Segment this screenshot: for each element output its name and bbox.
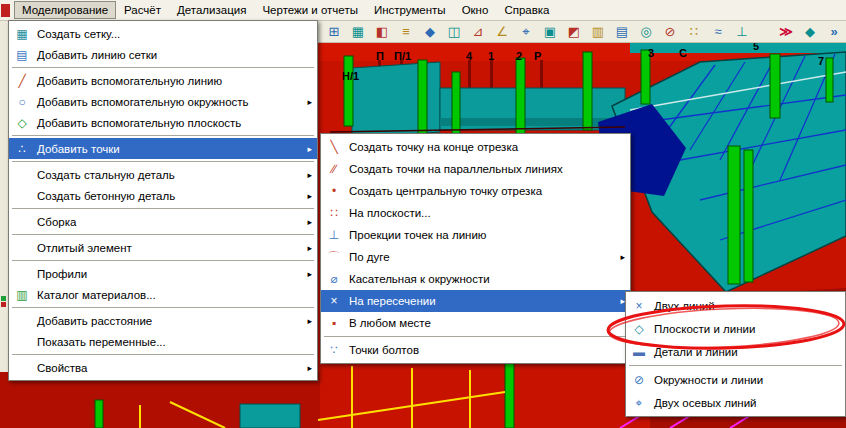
intersection-icon: × bbox=[323, 295, 345, 307]
submenu-arrow-icon: ▸ bbox=[298, 191, 315, 201]
menu-item-properties[interactable]: Свойства ▸ bbox=[9, 357, 317, 378]
toolbar-icon[interactable]: ⊥ bbox=[730, 21, 754, 42]
grid-label: 1 bbox=[488, 50, 494, 62]
grid-label: 2 bbox=[516, 50, 522, 62]
menu-item-add-construction-plane[interactable]: ◇ Добавить вспомогательную плоскость bbox=[9, 112, 317, 133]
submenu-item-points-on-plane[interactable]: ∷ На плоскости... bbox=[321, 202, 630, 224]
menubar-item-detailing[interactable]: Детализация bbox=[169, 1, 254, 19]
menu-item-assembly[interactable]: Сборка ▸ bbox=[9, 211, 317, 232]
submenu-arrow-icon: ▸ bbox=[611, 252, 628, 262]
menu-separator bbox=[324, 336, 627, 337]
submenu-item-bolt-points[interactable]: ∵ Точки болтов bbox=[321, 339, 630, 361]
submenu-item-part-and-line[interactable]: ▬ Детали и линии bbox=[626, 340, 845, 363]
toolbar-icon[interactable]: ◆ bbox=[418, 21, 442, 42]
plane-and-line-icon: ◇ bbox=[628, 323, 650, 335]
grid-label: П bbox=[376, 50, 384, 62]
center-point-icon: • bbox=[323, 185, 345, 197]
tangent-circle-icon: ⌀ bbox=[323, 273, 345, 285]
point-on-line-end-icon: ╲ bbox=[323, 141, 345, 153]
toolbar-icon[interactable]: ▣ bbox=[538, 21, 562, 42]
toolbar-icon[interactable]: ⊘ bbox=[658, 21, 682, 42]
toolbar-icon[interactable]: ▤ bbox=[610, 21, 634, 42]
submenu-item-project-points-on-line[interactable]: ⊥ Проекции точек на линию bbox=[321, 224, 630, 246]
submenu-arrow-icon: ▸ bbox=[298, 316, 315, 326]
submenu-arrow-icon: ▸ bbox=[298, 217, 315, 227]
submenu-arrow-icon: ▸ bbox=[298, 269, 315, 279]
menu-item-add-distance[interactable]: Добавить расстояние ▸ bbox=[9, 310, 317, 331]
menu-item-show-variables[interactable]: Показать переменные... bbox=[9, 331, 317, 352]
menubar-item-help[interactable]: Справка bbox=[496, 1, 557, 19]
toolbar-icon[interactable]: ≈ bbox=[706, 21, 730, 42]
submenu-arrow-icon: ▸ bbox=[298, 363, 315, 373]
add-points-submenu: ╲ Создать точку на конце отрезка ∕∕ Созд… bbox=[320, 133, 631, 364]
points-on-plane-icon: ∷ bbox=[323, 207, 345, 219]
menu-item-create-steel-part[interactable]: Создать стальную деталь ▸ bbox=[9, 164, 317, 185]
toolbar-icon[interactable]: ◎ bbox=[634, 21, 658, 42]
submenu-item-points-on-parallel-lines[interactable]: ∕∕ Создать точки на параллельных линиях bbox=[321, 158, 630, 180]
toolbar-icon[interactable]: ◫ bbox=[442, 21, 466, 42]
points-icon: ∴ bbox=[11, 143, 33, 155]
menu-item-add-construction-line[interactable]: ╱ Добавить вспомогательную линию bbox=[9, 70, 317, 91]
toolbar-overflow-red-icon[interactable]: ≫ bbox=[774, 21, 798, 42]
menu-item-create-grid[interactable]: ▦ Создать сетку... bbox=[9, 23, 317, 44]
submenu-arrow-icon: ▸ bbox=[298, 97, 315, 107]
menu-item-profiles[interactable]: Профили ▸ bbox=[9, 263, 317, 284]
menu-separator bbox=[12, 208, 314, 209]
menu-separator bbox=[12, 135, 314, 136]
submenu-arrow-icon: ▸ bbox=[298, 144, 315, 154]
material-catalog-icon: ▥ bbox=[11, 289, 33, 301]
menu-item-add-points[interactable]: ∴ Добавить точки ▸ bbox=[9, 138, 317, 159]
submenu-arrow-icon: ▸ bbox=[298, 243, 315, 253]
toolbar-icon[interactable]: ∠ bbox=[490, 21, 514, 42]
two-axis-lines-icon: ⌖ bbox=[628, 397, 650, 409]
left-toolbar-icon[interactable] bbox=[1, 296, 7, 308]
menu-separator bbox=[12, 67, 314, 68]
menubar-item-tools[interactable]: Инструменты bbox=[366, 1, 454, 19]
submenu-item-circle-and-line[interactable]: ⊘ Окружности и линии bbox=[626, 368, 845, 391]
submenu-item-two-lines[interactable]: × Двух линий bbox=[626, 294, 845, 317]
toolbar-overflow-chevron-icon[interactable]: » bbox=[822, 21, 846, 42]
submenu-item-along-arc[interactable]: ⌒ По дуге ▸ bbox=[321, 246, 630, 268]
menu-item-create-concrete-part[interactable]: Создать бетонную деталь ▸ bbox=[9, 185, 317, 206]
toolbar-icon[interactable]: ⌖ bbox=[514, 21, 538, 42]
submenu-item-center-point[interactable]: • Создать центральную точку отрезка bbox=[321, 180, 630, 202]
arc-icon: ⌒ bbox=[323, 251, 345, 263]
menubar-item-drawings-reports[interactable]: Чертежи и отчеты bbox=[254, 1, 366, 19]
grid-label: С bbox=[679, 47, 687, 59]
menu-item-add-construction-circle[interactable]: ○ Добавить вспомогательную окружность ▸ bbox=[9, 91, 317, 112]
toolbar-overflow-teal-icon[interactable]: ◆ bbox=[798, 21, 822, 42]
menubar-item-modeling[interactable]: Моделирование bbox=[14, 1, 116, 19]
submenu-item-at-intersection[interactable]: × На пересечении ▸ bbox=[321, 290, 630, 312]
menu-item-material-catalog[interactable]: ▥ Каталог материалов... bbox=[9, 284, 317, 305]
submenu-item-plane-and-line[interactable]: ◇ Плоскости и линии bbox=[626, 317, 845, 340]
left-toolbar-strip bbox=[0, 20, 8, 372]
circle-and-line-icon: ⊘ bbox=[628, 374, 650, 386]
menubar-item-window[interactable]: Окно bbox=[454, 1, 497, 19]
menu-item-add-grid-line[interactable]: ▤ Добавить линию сетки bbox=[9, 44, 317, 65]
toolbar-icon[interactable]: ⊿ bbox=[466, 21, 490, 42]
modeling-menu: ▦ Создать сетку... ▤ Добавить линию сетк… bbox=[8, 20, 318, 381]
toolbar-icon[interactable]: ≡ bbox=[394, 21, 418, 42]
menu-separator bbox=[12, 260, 314, 261]
toolbar-icon[interactable]: ▦ bbox=[346, 21, 370, 42]
menubar-item-analysis[interactable]: Расчёт bbox=[116, 1, 169, 19]
toolbar-icon[interactable]: ◧ bbox=[370, 21, 394, 42]
two-lines-icon: × bbox=[628, 300, 650, 312]
submenu-item-anywhere[interactable]: ▪ В любом месте bbox=[321, 312, 630, 334]
grid-label: П/1 bbox=[394, 50, 411, 62]
construction-plane-icon: ◇ bbox=[11, 117, 33, 129]
submenu-item-tangent-to-circle[interactable]: ⌀ Касательная к окружности bbox=[321, 268, 630, 290]
submenu-item-two-axis-lines[interactable]: ⌖ Двух осевых линий bbox=[626, 391, 845, 414]
toolbar-icon[interactable]: ⊞ bbox=[322, 21, 346, 42]
menu-item-cast-unit[interactable]: Отлитый элемент ▸ bbox=[9, 237, 317, 258]
menu-separator bbox=[12, 234, 314, 235]
menu-separator bbox=[12, 307, 314, 308]
grid-icon: ▦ bbox=[11, 28, 33, 40]
grid-line-icon: ▤ bbox=[11, 49, 33, 61]
toolbar-icon[interactable]: ∷ bbox=[682, 21, 706, 42]
toolbar-icon[interactable]: ◩ bbox=[562, 21, 586, 42]
toolbar-icon[interactable]: ▥ bbox=[586, 21, 610, 42]
bolt-points-icon: ∵ bbox=[323, 344, 345, 356]
part-and-line-icon: ▬ bbox=[628, 346, 650, 358]
submenu-item-point-on-line-end[interactable]: ╲ Создать точку на конце отрезка bbox=[321, 136, 630, 158]
